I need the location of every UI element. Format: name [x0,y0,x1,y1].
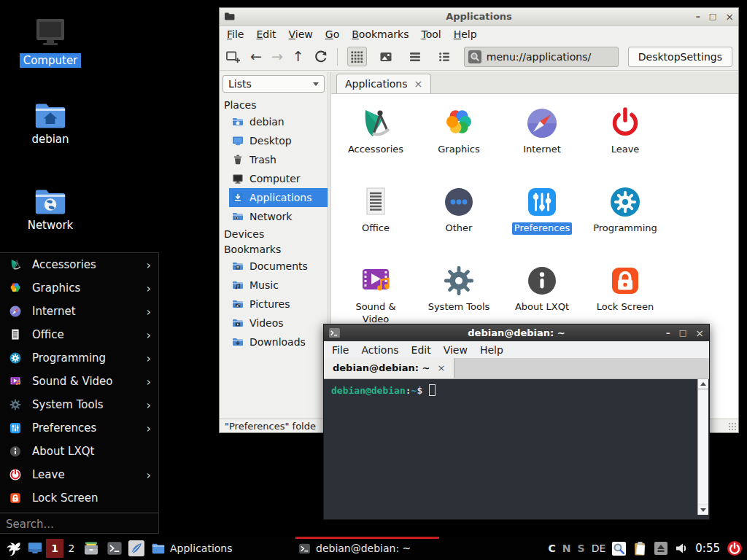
scroll-down-button[interactable] [698,505,708,515]
menu-item-accessories[interactable]: Accessories› [0,253,158,276]
terminal-content[interactable]: debian@debian:~$ [325,379,708,515]
info-icon [525,263,560,298]
computer-icon [15,16,85,51]
menu-help[interactable]: Help [480,344,503,356]
app-internet[interactable]: Internet [500,101,584,180]
menu-item-lock-screen[interactable]: Lock Screen [0,486,158,510]
maximize-button[interactable]: □ [679,329,686,337]
workspace-1-button[interactable]: 1 [46,539,63,558]
featherpad-launcher[interactable] [128,540,144,556]
resize-grip[interactable] [728,422,737,431]
sidebar-mode-select[interactable]: Lists [222,75,325,93]
app-preferences[interactable]: Preferences [500,180,584,259]
clipboard-tray-icon[interactable] [632,541,648,556]
sidebar-item-pictures[interactable]: Pictures [220,295,328,314]
tab-applications[interactable]: Applications × [336,74,431,93]
detailed-list-view-button[interactable] [406,47,425,66]
speaker-icon [674,541,689,556]
menu-item-internet[interactable]: Internet› [0,300,158,323]
leave-button[interactable] [727,540,743,556]
main-menu-button[interactable] [4,540,23,558]
menu-item-preferences[interactable]: Preferences› [0,416,158,440]
menu-view[interactable]: View [289,28,313,40]
sidebar-item-applications[interactable]: Applications [229,188,328,207]
sidebar-item-downloads[interactable]: Downloads [220,332,328,351]
desktop-icon-debian[interactable]: debian [15,101,85,147]
app-office[interactable]: Office [334,180,417,259]
menu-view[interactable]: View [444,344,468,356]
menu-edit[interactable]: Edit [256,28,276,40]
up-button[interactable]: ↑ [293,50,304,63]
system-tray: C N S DE 0:55 [549,540,743,556]
file-manager-launcher[interactable] [82,540,100,557]
screenshot-tool-tray-icon[interactable] [612,542,626,556]
address-bar[interactable]: menu://applications/ [464,47,619,67]
menu-bookmarks[interactable]: Bookmarks [352,28,409,40]
menu-file[interactable]: File [332,344,349,356]
app-leave[interactable]: Leave [584,101,667,180]
app-graphics[interactable]: Graphics [417,101,500,180]
terminal-launcher[interactable] [107,540,123,556]
icon-view-button[interactable] [347,47,367,66]
menu-actions[interactable]: Actions [361,344,398,356]
sidebar-item-trash[interactable]: Trash [220,150,328,169]
trash-icon [232,154,244,166]
minimize-button[interactable]: – [666,329,670,338]
close-button[interactable]: × [695,328,704,338]
reload-button[interactable] [314,50,328,63]
task-button-terminal[interactable]: debian@debian: ~ [295,537,439,560]
menu-help[interactable]: Help [454,28,477,40]
app-accessories[interactable]: Accessories [334,101,417,180]
terminal-scrollbar[interactable] [697,379,708,515]
new-tab-button[interactable] [225,50,241,63]
sidebar-item-documents[interactable]: Documents [220,257,328,276]
sidebar-item-computer[interactable]: Computer [220,169,328,188]
sidebar-item-videos[interactable]: Videos [220,314,328,332]
clock[interactable]: 0:55 [695,542,720,555]
menu-item-leave[interactable]: Leave› [0,463,158,486]
menu-item-sound-video[interactable]: Sound & Video› [0,370,158,393]
menu-search-input[interactable]: Search... [0,513,158,534]
graphics-icon [9,281,22,295]
terminal-tab[interactable]: debian@debian: ~ × [324,358,454,378]
scroll-up-button[interactable] [698,379,708,389]
menu-item-office[interactable]: Office› [0,323,158,346]
removable-media-tray-icon[interactable] [654,542,667,555]
menu-item-about-lxqt[interactable]: About LXQt [0,440,158,463]
back-button[interactable]: ← [250,50,262,63]
menu-item-system-tools[interactable]: System Tools› [0,393,158,416]
sidebar-item-debian[interactable]: debian [220,112,328,131]
folder-network-icon [15,187,85,216]
numlock-indicator: N [562,542,571,554]
app-other[interactable]: Other [417,180,500,259]
menu-edit[interactable]: Edit [411,344,431,356]
tab-close-icon[interactable]: × [437,362,445,373]
compact-view-button[interactable] [435,47,454,66]
task-button-applications[interactable]: Applications [149,537,290,560]
sidebar-item-network[interactable]: Network [220,207,328,226]
desktop-settings-button[interactable]: DesktopSettings [628,47,732,67]
sidebar-item-music[interactable]: Music [220,276,328,295]
minimize-button[interactable]: – [696,12,700,21]
menu-item-graphics[interactable]: Graphics› [0,276,158,300]
terminal-titlebar[interactable]: debian@debian: ~ – □ × [324,324,709,341]
show-desktop-button[interactable] [27,540,43,556]
fm-titlebar[interactable]: Applications – □ × [220,8,738,26]
desktop-icon-computer[interactable]: Computer [15,16,85,68]
tab-close-icon[interactable]: × [414,78,423,90]
menu-item-programming[interactable]: Programming› [0,346,158,370]
thumbnail-view-button[interactable] [376,47,396,66]
forward-button[interactable]: → [271,50,283,63]
close-button[interactable]: × [725,12,734,22]
menu-file[interactable]: File [227,28,244,40]
keyboard-layout-indicator[interactable]: DE [592,542,606,554]
app-programming[interactable]: Programming [584,180,667,259]
maximize-button[interactable]: □ [709,12,716,20]
menu-tool[interactable]: Tool [421,28,441,40]
volume-tray-icon[interactable] [674,541,689,556]
sidebar-item-desktop[interactable]: Desktop [220,131,328,150]
workspace-2-button[interactable]: 2 [65,542,78,554]
lock-icon [608,263,643,298]
desktop-icon-network[interactable]: Network [15,187,85,233]
menu-go[interactable]: Go [325,28,339,40]
